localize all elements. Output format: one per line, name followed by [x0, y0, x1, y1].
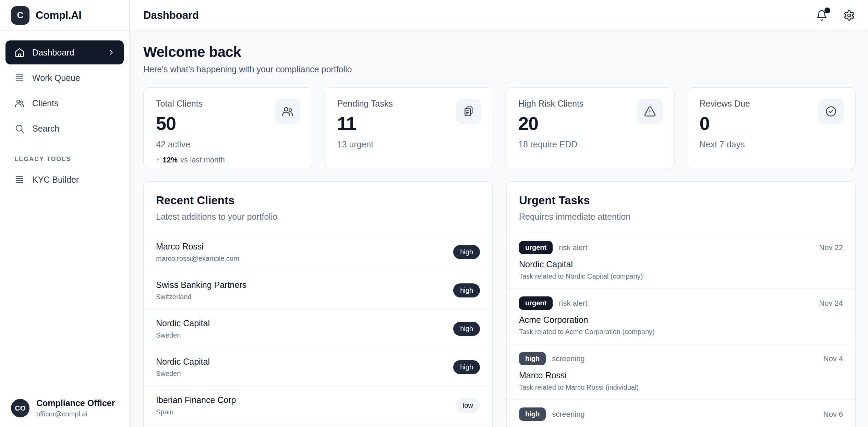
- task-type: screening: [552, 354, 584, 363]
- task-type: risk alert: [559, 243, 587, 252]
- task-description: Task related to Nordic Capital (company): [519, 272, 843, 280]
- trend-value: 12%: [162, 156, 178, 164]
- task-date: Nov 24: [819, 299, 843, 308]
- stat-trend: ↑ 12% vs last month: [156, 156, 300, 164]
- risk-badge: high: [453, 360, 480, 374]
- risk-badge: low: [456, 399, 480, 413]
- task-row[interactable]: urgent risk alert Nov 24 Acme Corporatio…: [507, 289, 855, 344]
- brand-logo-letter: C: [17, 10, 24, 21]
- client-detail: Switzerland: [156, 293, 246, 301]
- view-all-clients-link[interactable]: View all clients: [144, 425, 492, 427]
- trend-suffix: vs last month: [180, 156, 225, 164]
- stat-card-reviews-due: Reviews Due 0 Next 7 days: [687, 87, 856, 169]
- task-description: Task related to Acme Corporation (compan…: [519, 328, 843, 336]
- risk-badge: high: [453, 322, 480, 336]
- check-circle-icon: [818, 99, 844, 124]
- clipboard-icon: [456, 99, 481, 124]
- settings-button[interactable]: [843, 10, 855, 21]
- stat-card-high-risk-clients: High Risk Clients 20 18 require EDD: [506, 87, 675, 169]
- page-title: Dashboard: [143, 9, 199, 22]
- panel-subtitle: Requires immediate attention: [519, 212, 843, 222]
- urgent-tasks-panel: Urgent Tasks Requires immediate attentio…: [506, 181, 856, 427]
- avatar: CO: [11, 399, 29, 417]
- task-row[interactable]: high screening Nov 6 Iberian Finance Cor…: [507, 400, 855, 427]
- stats-row: Total Clients 50 42 active ↑ 12% vs last…: [143, 87, 856, 169]
- search-icon: [14, 123, 25, 134]
- sidebar-item-label: Clients: [32, 98, 58, 108]
- task-title: Acme Corporation: [519, 315, 843, 325]
- trend-up-icon: ↑: [156, 156, 160, 164]
- task-date: Nov 4: [823, 354, 843, 363]
- list-icon: [14, 73, 25, 83]
- client-name: Iberian Finance Corp: [156, 395, 236, 405]
- recent-clients-panel: Recent Clients Latest additions to your …: [143, 181, 493, 427]
- client-detail: Sweden: [156, 370, 210, 378]
- client-row[interactable]: Swiss Banking Partners Switzerland high: [144, 271, 492, 310]
- notification-badge-dot: [824, 8, 830, 13]
- sidebar-item-label: Work Queue: [32, 73, 80, 83]
- brand-header: C Compl.AI: [0, 0, 129, 31]
- sidebar-item-label: Dashboard: [32, 48, 74, 58]
- risk-badge: high: [453, 245, 480, 259]
- stat-sub: Next 7 days: [700, 139, 843, 149]
- risk-badge: high: [453, 283, 480, 297]
- client-name: Nordic Capital: [156, 357, 210, 367]
- client-row[interactable]: Nordic Capital Sweden high: [144, 348, 492, 387]
- client-name: Nordic Capital: [156, 318, 210, 328]
- client-detail: marco.rossi@example.com: [156, 255, 239, 263]
- stat-sub: 42 active: [156, 139, 300, 149]
- topbar: Dashboard: [130, 0, 868, 31]
- sidebar-item-label: Search: [32, 124, 59, 134]
- welcome-subtitle: Here's what's happening with your compli…: [143, 64, 856, 74]
- stat-card-pending-tasks: Pending Tasks 11 13 urgent: [325, 87, 494, 169]
- sidebar-item-label: KYC Builder: [32, 175, 79, 185]
- sidebar-section-label: LEGACY TOOLS: [5, 142, 124, 168]
- task-date: Nov 22: [819, 243, 843, 252]
- sidebar-item-kyc-builder[interactable]: KYC Builder: [5, 168, 124, 192]
- client-name: Marco Rossi: [156, 242, 239, 252]
- stat-card-total-clients: Total Clients 50 42 active ↑ 12% vs last…: [143, 87, 312, 169]
- sidebar-item-work-queue[interactable]: Work Queue: [5, 66, 124, 90]
- client-row[interactable]: Marco Rossi marco.rossi@example.com high: [144, 233, 492, 271]
- urgent-tasks-header: Urgent Tasks Requires immediate attentio…: [507, 182, 855, 233]
- task-row[interactable]: urgent risk alert Nov 22 Nordic Capital …: [507, 233, 855, 289]
- sidebar-item-clients[interactable]: Clients: [5, 91, 124, 115]
- stat-sub: 13 urgent: [337, 139, 481, 149]
- client-detail: Spain: [156, 408, 236, 416]
- task-row[interactable]: high screening Nov 4 Marco Rossi Task re…: [507, 344, 855, 400]
- welcome-title: Welcome back: [143, 44, 856, 60]
- client-detail: Sweden: [156, 331, 210, 339]
- content: Welcome back Here's what's happening wit…: [130, 31, 868, 427]
- recent-clients-header: Recent Clients Latest additions to your …: [144, 182, 492, 233]
- user-profile[interactable]: CO Compliance Officer officer@compl.ai: [0, 389, 129, 427]
- priority-badge: urgent: [519, 241, 553, 254]
- client-name: Swiss Banking Partners: [156, 280, 246, 290]
- task-type: screening: [552, 410, 584, 419]
- main-area: Dashboard Welcome back Here's what's hap…: [130, 0, 868, 427]
- panels-row: Recent Clients Latest additions to your …: [143, 181, 856, 427]
- priority-badge: high: [519, 352, 546, 365]
- brand-logo: C: [11, 6, 29, 25]
- profile-email: officer@compl.ai: [36, 410, 115, 418]
- task-description: Task related to Marco Rossi (individual): [519, 383, 843, 391]
- sidebar: C Compl.AI Dashboard: [0, 0, 130, 427]
- client-row[interactable]: Iberian Finance Corp Spain low: [144, 387, 492, 425]
- sidebar-item-dashboard[interactable]: Dashboard: [5, 40, 124, 64]
- task-title: Nordic Capital: [519, 259, 843, 269]
- gear-icon: [843, 10, 855, 21]
- brand-name: Compl.AI: [36, 9, 82, 22]
- profile-name: Compliance Officer: [36, 398, 115, 408]
- alert-triangle-icon: [637, 99, 663, 124]
- notifications-button[interactable]: [816, 10, 828, 21]
- panel-title: Recent Clients: [156, 194, 480, 207]
- avatar-initials: CO: [15, 404, 26, 412]
- panel-title: Urgent Tasks: [519, 194, 843, 207]
- task-date: Nov 6: [823, 410, 843, 419]
- client-row[interactable]: Nordic Capital Sweden high: [144, 310, 492, 348]
- task-type: risk alert: [559, 299, 587, 308]
- chevron-right-icon: [107, 49, 115, 56]
- panel-subtitle: Latest additions to your portfolio: [156, 212, 480, 222]
- sidebar-nav: Dashboard Work Queue: [0, 31, 129, 193]
- stat-sub: 18 require EDD: [518, 139, 662, 149]
- sidebar-item-search[interactable]: Search: [5, 117, 124, 141]
